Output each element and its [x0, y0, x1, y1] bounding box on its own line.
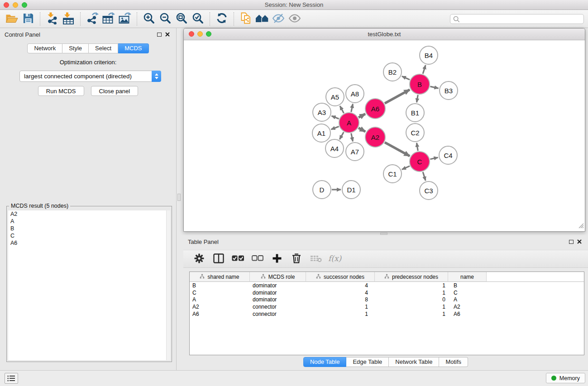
table-cell[interactable]: 0	[375, 296, 448, 303]
close-panel-button[interactable]	[163, 30, 172, 38]
column-header-successor-nodes[interactable]: successor nodes	[306, 272, 375, 282]
table-cell[interactable]: 1	[375, 311, 448, 317]
graph-node-D1[interactable]: D1	[342, 180, 361, 199]
table-cell[interactable]: dominator	[250, 296, 306, 303]
result-item[interactable]: A2	[8, 210, 170, 218]
import-network-button[interactable]	[44, 12, 60, 26]
graph-node-A3[interactable]: A3	[312, 103, 331, 122]
network-canvas[interactable]: B4B2BB3A8A5A6A3B1AA1C2A2A4A7C4CC1C3DD1	[184, 41, 585, 231]
result-item[interactable]: B	[8, 225, 170, 232]
graph-node-B1[interactable]: B1	[406, 103, 425, 122]
graph-node-A1[interactable]: A1	[312, 124, 331, 143]
result-scrollbar[interactable]	[166, 210, 170, 360]
zoom-selected-button[interactable]	[190, 12, 206, 26]
graph-node-C2[interactable]: C2	[406, 123, 425, 142]
tab-select[interactable]: Select	[89, 43, 118, 53]
graph-node-A5[interactable]: A5	[325, 87, 344, 106]
hide-selected-button[interactable]	[270, 12, 287, 26]
table-cell[interactable]: 1	[306, 304, 375, 310]
graph-edge-A-A1[interactable]	[331, 126, 339, 129]
table-cell[interactable]: 1	[375, 290, 448, 296]
network-minimize-button[interactable]	[197, 31, 203, 37]
tab-network-table[interactable]: Network Table	[389, 357, 439, 367]
first-neighbors-button[interactable]	[254, 12, 270, 26]
new-network-from-selection-button[interactable]	[238, 12, 254, 26]
graph-edge-A2-C[interactable]	[385, 143, 410, 156]
column-header-name[interactable]: name	[448, 272, 487, 282]
graph-edge-C-C2[interactable]	[417, 143, 418, 151]
vertical-splitter-handle[interactable]	[177, 194, 181, 201]
deselect-all-checkboxes-button[interactable]	[250, 252, 265, 266]
table-cell[interactable]: dominator	[250, 290, 306, 296]
graph-node-A4[interactable]: A4	[325, 139, 344, 158]
add-column-button[interactable]	[269, 252, 285, 266]
resize-grip[interactable]	[578, 222, 584, 230]
graph-edge-B-B3[interactable]	[430, 86, 438, 88]
table-cell[interactable]: 1	[306, 311, 375, 317]
task-history-button[interactable]	[5, 373, 18, 384]
show-all-button[interactable]	[287, 12, 303, 26]
export-table-button[interactable]	[100, 12, 117, 26]
tab-edge-table[interactable]: Edge Table	[346, 357, 389, 367]
table-row[interactable]: A2connector11A2	[190, 303, 584, 310]
search-field[interactable]	[450, 14, 584, 24]
delete-column-button[interactable]	[289, 252, 304, 266]
graph-edge-A-A7[interactable]	[351, 133, 353, 142]
column-header-MCDS-role[interactable]: MCDS role	[250, 272, 306, 282]
table-cell[interactable]: A2	[448, 304, 487, 310]
select-all-checkboxes-button[interactable]	[230, 252, 246, 266]
graph-edge-A-A8[interactable]	[351, 104, 353, 112]
graph-edge-C-C1[interactable]	[402, 166, 410, 170]
graph-edge-A6-B[interactable]	[385, 90, 410, 103]
criterion-dropdown[interactable]: largest connected component (directed)	[19, 71, 161, 82]
table-cell[interactable]: A	[448, 296, 487, 303]
graph-node-A6[interactable]: A6	[365, 98, 386, 119]
graph-node-B4[interactable]: B4	[419, 46, 438, 65]
graph-node-A8[interactable]: A8	[345, 84, 364, 103]
table-cell[interactable]: 8	[306, 296, 375, 303]
tab-motifs[interactable]: Motifs	[439, 357, 468, 367]
graph-edge-B-B2[interactable]	[402, 76, 410, 80]
table-cell[interactable]: A2	[190, 304, 250, 310]
tab-style[interactable]: Style	[62, 43, 89, 53]
memory-button[interactable]: Memory	[546, 373, 585, 383]
minimize-window-button[interactable]	[13, 2, 18, 8]
graph-edge-A-A6[interactable]	[359, 114, 365, 118]
table-cell[interactable]: B	[448, 282, 487, 289]
table-cell[interactable]: C	[448, 290, 487, 296]
export-network-button[interactable]	[84, 12, 100, 26]
table-float-button[interactable]	[567, 238, 575, 246]
graph-edge-C-C3[interactable]	[423, 172, 425, 181]
zoom-fit-button[interactable]	[173, 12, 190, 26]
gear-button[interactable]	[191, 252, 207, 266]
graph-node-B3[interactable]: B3	[439, 81, 458, 100]
graph-node-C4[interactable]: C4	[439, 146, 458, 165]
run-mcds-button[interactable]: Run MCDS	[38, 86, 84, 96]
table-close-button[interactable]	[575, 238, 583, 246]
graph-node-A2[interactable]: A2	[365, 127, 386, 148]
network-window-titlebar[interactable]: testGlobe.txt	[184, 29, 585, 40]
network-close-button[interactable]	[189, 31, 194, 37]
graph-node-C1[interactable]: C1	[383, 164, 402, 183]
search-input[interactable]	[462, 15, 581, 23]
tab-mcds[interactable]: MCDS	[118, 43, 148, 53]
tab-node-table[interactable]: Node Table	[303, 357, 347, 367]
horizontal-splitter-handle[interactable]	[380, 233, 387, 235]
column-header-shared-name[interactable]: shared name	[190, 272, 250, 282]
graph-edge-C-C4[interactable]	[430, 157, 438, 159]
close-window-button[interactable]	[4, 2, 9, 8]
table-cell[interactable]: C	[190, 290, 250, 296]
table-row[interactable]: Bdominator41B	[190, 282, 584, 289]
zoom-out-button[interactable]	[157, 12, 173, 26]
graph-edge-A-A3[interactable]	[331, 116, 339, 119]
graph-edge-B-B4[interactable]	[423, 65, 425, 74]
graph-edge-A-A2[interactable]	[359, 128, 365, 132]
float-panel-button[interactable]	[155, 30, 163, 38]
apply-preferred-layout-button[interactable]	[214, 12, 230, 26]
table-cell[interactable]: dominator	[250, 282, 306, 289]
open-session-button[interactable]	[4, 12, 20, 26]
table-cell[interactable]: connector	[250, 304, 306, 310]
table-row[interactable]: Cdominator41C	[190, 289, 584, 296]
import-table-button[interactable]	[60, 12, 76, 26]
close-panel-action-button[interactable]: Close panel	[91, 86, 139, 96]
